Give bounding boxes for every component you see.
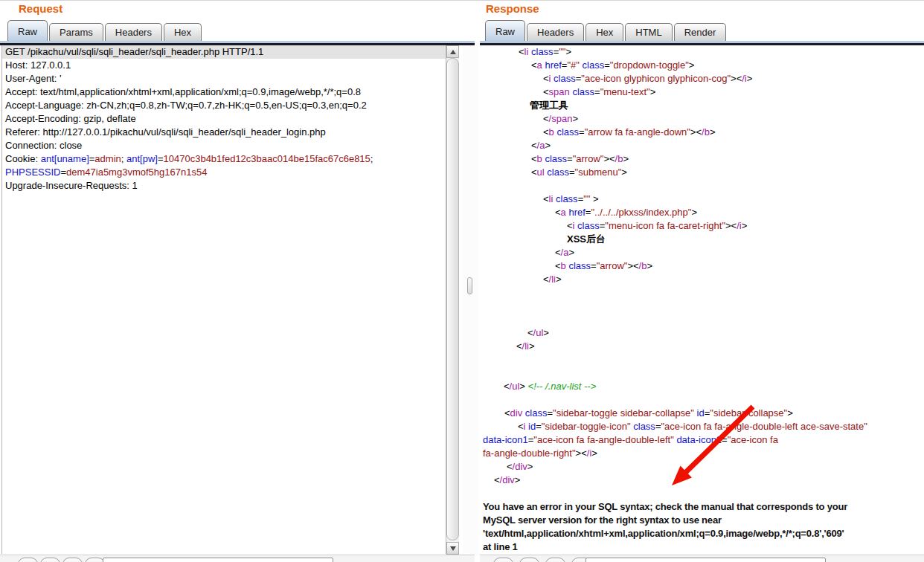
request-tab-params[interactable]: Params xyxy=(49,23,103,41)
response-code-line xyxy=(481,366,924,380)
scroll-down-button[interactable] xyxy=(446,542,459,555)
scroll-down-icon xyxy=(450,546,456,551)
response-code-line: 管理工具 xyxy=(481,99,924,112)
response-code-line xyxy=(481,179,924,193)
response-tab-hex[interactable]: Hex xyxy=(585,23,623,41)
request-tab-headers[interactable]: Headers xyxy=(105,23,162,41)
response-code-line xyxy=(481,487,924,500)
search-regex-button[interactable] xyxy=(85,558,105,562)
response-code-line: <b class="arrow fa fa-angle-down"></b> xyxy=(481,126,924,139)
response-code-line: <li class="" > xyxy=(481,193,924,206)
search-next-button[interactable] xyxy=(519,558,539,562)
request-scrollbar[interactable] xyxy=(446,45,459,555)
request-line: PHPSESSID=dem47ia5mg3vmof5hg167n1s54 xyxy=(2,166,446,179)
sql-error-message-line: 'text/html,application/xhtml+xml,applica… xyxy=(481,527,924,540)
request-tab-hex[interactable]: Hex xyxy=(164,23,202,41)
response-code-line: <i class="ace-icon glyphicon glyphicon-c… xyxy=(481,72,924,85)
response-tab-render[interactable]: Render xyxy=(674,23,727,41)
scrollbar-thumb[interactable] xyxy=(446,58,459,540)
request-line: Accept-Language: zh-CN,zh;q=0.8,zh-TW;q=… xyxy=(2,99,446,112)
request-panel: Request RawParamsHeadersHex GET /pikachu… xyxy=(0,0,475,562)
request-line: Accept: text/html,application/xhtml+xml,… xyxy=(2,85,446,99)
response-code-line: </ul> xyxy=(481,326,924,340)
response-code-line xyxy=(481,286,924,300)
request-line: GET /pikachu/vul/sqli/sqli_header/sqli_h… xyxy=(2,45,446,59)
response-code-line: <div class="sidebar-toggle sidebar-colla… xyxy=(481,407,924,420)
response-search-bar xyxy=(480,555,924,562)
request-line: Host: 127.0.0.1 xyxy=(2,59,446,72)
underline-dark xyxy=(480,43,924,45)
request-tabbar: RawParamsHeadersHex xyxy=(7,22,203,41)
response-code-line: <b class="arrow"></b> xyxy=(481,152,924,166)
sql-error-message-line: You have an error in your SQL syntax; ch… xyxy=(481,500,924,514)
response-code-line: </span> xyxy=(481,112,924,126)
search-next-button[interactable] xyxy=(40,558,60,562)
response-code-line: </div> xyxy=(481,474,924,487)
search-prev-button[interactable] xyxy=(18,558,38,562)
request-search-bar xyxy=(0,555,475,562)
response-panel-title: Response xyxy=(486,2,539,15)
request-line: Connection: close xyxy=(2,139,446,152)
response-search-input[interactable] xyxy=(585,558,826,562)
search-case-button[interactable] xyxy=(545,558,565,562)
response-code-line xyxy=(481,393,924,407)
response-tabbar: RawHeadersHexHTMLRender xyxy=(485,22,728,41)
response-code-line xyxy=(481,300,924,313)
sql-error-message-line: MySQL server version for the right synta… xyxy=(481,514,924,527)
response-code-line: data-icon1="ace-icon fa fa-angle-double-… xyxy=(481,433,924,447)
scroll-up-button[interactable] xyxy=(446,45,459,58)
panel-splitter[interactable] xyxy=(463,45,478,555)
response-tab-html[interactable]: HTML xyxy=(625,23,672,41)
response-code-line: XSS后台 xyxy=(481,233,924,246)
response-code-line: </a> xyxy=(481,139,924,152)
search-case-button[interactable] xyxy=(62,558,83,562)
response-code-line: </div> xyxy=(481,460,924,474)
scroll-up-icon xyxy=(450,50,456,54)
request-line: Referer: http://127.0.0.1/pikachu/vul/sq… xyxy=(2,126,446,139)
response-code-line: <ul class="submenu"> xyxy=(481,166,924,179)
response-tab-raw[interactable]: Raw xyxy=(485,20,525,41)
response-code-line xyxy=(481,353,924,366)
response-tab-underline xyxy=(480,41,924,45)
response-code-line: </li> xyxy=(481,273,924,286)
response-code-line: </li> xyxy=(481,340,924,353)
request-editor[interactable]: GET /pikachu/vul/sqli/sqli_header/sqli_h… xyxy=(1,45,446,554)
request-tab-raw[interactable]: Raw xyxy=(7,20,48,41)
sql-error-message-line: at line 1 xyxy=(481,540,924,554)
request-line: Cookie: ant[uname]=admin; ant[pw]=10470c… xyxy=(2,152,446,166)
request-line: Accept-Encoding: gzip, deflate xyxy=(2,112,446,126)
request-panel-title: Request xyxy=(19,2,62,15)
response-editor[interactable]: <li class=""><a href="#" class="dropdown… xyxy=(481,45,924,555)
response-code-line: <i class="menu-icon fa fa-caret-right"><… xyxy=(481,219,924,233)
response-code-line: <span class="menu-text"> xyxy=(481,85,924,99)
request-search-input[interactable] xyxy=(103,558,333,562)
response-code-line: <a href="#" class="dropdown-toggle"> xyxy=(481,59,924,72)
response-code-line: <i id="sidebar-toggle-icon" class="ace-i… xyxy=(481,420,924,433)
response-code-line: <b class="arrow"></b> xyxy=(481,259,924,273)
response-code-line xyxy=(481,313,924,326)
response-code-line: </a> xyxy=(481,246,924,259)
splitter-handle[interactable] xyxy=(467,277,472,294)
response-code-line: <a href="../../../pkxss/index.php"> xyxy=(481,206,924,219)
request-line: Upgrade-Insecure-Requests: 1 xyxy=(2,179,446,193)
request-line: User-Agent: ' xyxy=(2,72,446,85)
underline-dark xyxy=(0,43,475,45)
response-panel: Response RawHeadersHexHTMLRender <li cla… xyxy=(480,0,924,562)
request-tab-underline xyxy=(0,41,475,45)
response-code-line: <li class=""> xyxy=(481,45,924,59)
response-tab-headers[interactable]: Headers xyxy=(527,23,584,41)
search-prev-button[interactable] xyxy=(493,558,513,562)
response-code-line: </ul> <!-- /.nav-list --> xyxy=(481,380,924,393)
response-code-line: fa-angle-double-right"></i> xyxy=(481,447,924,460)
